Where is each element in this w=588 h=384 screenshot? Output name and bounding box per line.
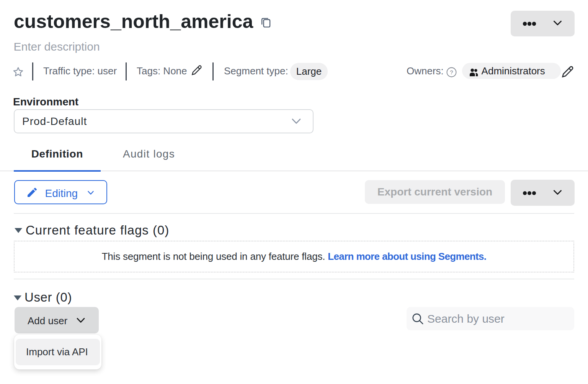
svg-text:?: ? <box>450 69 453 75</box>
